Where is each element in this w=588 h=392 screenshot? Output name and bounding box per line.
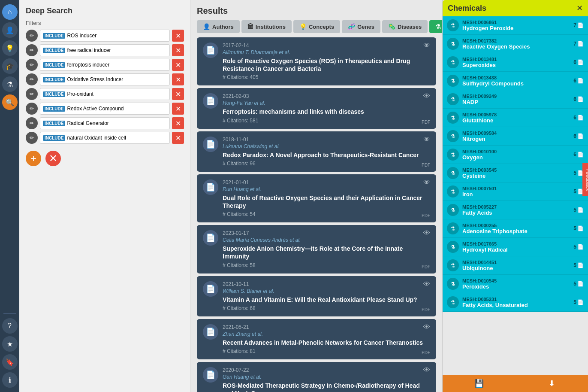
chemical-item[interactable]: ⚗ MESH:D010100 Oxygen 6 📄 [443, 146, 588, 164]
chemical-count-icon: 📄 [577, 207, 584, 213]
chemical-item[interactable]: ⚗ MESH:D005978 Glutathione 6 📄 [443, 109, 588, 127]
filter-input[interactable] [67, 135, 167, 141]
result-eye-button[interactable]: 👁 [423, 42, 430, 49]
chemical-name: Glutathione [462, 117, 570, 124]
chemical-count-number: 5 [573, 188, 576, 194]
result-pdf-button[interactable]: PDF [422, 264, 430, 269]
filter-input[interactable] [67, 76, 167, 82]
chemical-item[interactable]: ⚗ MESH:D017382 Reactive Oxygen Species 7… [443, 35, 588, 53]
filter-delete-button[interactable]: ✕ [172, 117, 184, 129]
result-eye-button[interactable]: 👁 [423, 323, 430, 331]
result-eye-button[interactable]: 👁 [423, 179, 430, 186]
chemical-item[interactable]: ⚗ MESH:D006861 Hydrogen Peroxide 7 📄 [443, 16, 588, 35]
tab-institutions[interactable]: 🏛Institutions [241, 20, 292, 33]
filter-delete-button[interactable]: ✕ [172, 103, 184, 115]
chemical-item[interactable]: ⚗ MESH:D013438 Sulfhydryl Compounds 6 📄 [443, 72, 588, 90]
filter-edit-button[interactable]: ✏ [26, 59, 38, 71]
filter-input[interactable] [67, 33, 167, 39]
chemical-name: Sulfhydryl Compounds [462, 80, 570, 87]
chemical-info: MESH:D009249 NADP [462, 94, 570, 105]
clear-filters-button[interactable]: ✕ [45, 151, 61, 166]
result-eye-button[interactable]: 👁 [423, 366, 430, 374]
download-chemicals-button[interactable]: ⬇ [516, 375, 588, 392]
chemical-count: 5 📄 [573, 299, 584, 305]
search-nav-icon[interactable]: 🔍 [2, 94, 18, 110]
filter-edit-button[interactable]: ✏ [26, 103, 38, 115]
chemical-item[interactable]: ⚗ MESH:D005231 Fatty Acids, Unsaturated … [443, 293, 588, 312]
person-icon[interactable]: 👤 [2, 22, 18, 38]
tab-icon: ⚗ [435, 23, 441, 30]
chemical-name: Reactive Oxygen Species [462, 43, 570, 50]
chemical-count: 6 📄 [573, 115, 584, 121]
filter-input[interactable] [67, 47, 167, 53]
filter-edit-button[interactable]: ✏ [26, 30, 38, 42]
result-eye-button[interactable]: 👁 [423, 136, 430, 143]
result-date: 2021-02-03 [223, 93, 430, 99]
filter-edit-button[interactable]: ✏ [26, 132, 38, 144]
chemical-name: Hydroxyl Radical [462, 246, 570, 253]
filter-delete-button[interactable]: ✕ [172, 44, 184, 56]
chemical-icon: ⚗ [447, 259, 459, 271]
chemical-item[interactable]: ⚗ MESH:D007501 Iron 5 📄 [443, 182, 588, 201]
filter-delete-button[interactable]: ✕ [172, 59, 184, 71]
tab-diseases[interactable]: 🦠Diseases [382, 20, 428, 33]
chemical-icon: ⚗ [447, 56, 459, 68]
result-pdf-button[interactable]: PDF [422, 213, 430, 218]
graduation-icon[interactable]: 🎓 [2, 58, 18, 74]
chemical-item[interactable]: ⚗ MESH:D013481 Superoxides 6 📄 [443, 53, 588, 72]
filter-delete-button[interactable]: ✕ [172, 88, 184, 100]
result-eye-button[interactable]: 👁 [423, 229, 430, 237]
question-icon[interactable]: ? [2, 318, 18, 334]
filter-input[interactable] [67, 62, 167, 68]
flask-icon[interactable]: ⚗ [2, 76, 18, 92]
tab-authors[interactable]: 👤Authors [197, 20, 240, 33]
chemical-item[interactable]: ⚗ MESH:D005227 Fatty Acids 5 📄 [443, 201, 588, 219]
info-icon[interactable]: ℹ [2, 372, 18, 388]
result-card: 📄 2021-01-01 Run Huang et al. Dual Role … [197, 174, 436, 222]
filter-include-badge: INCLUDE [43, 135, 65, 141]
chemical-item[interactable]: ⚗ MESH:D009249 NADP 6 📄 [443, 90, 588, 109]
result-pdf-button[interactable]: PDF [422, 307, 430, 312]
filter-delete-button[interactable]: ✕ [172, 73, 184, 85]
filter-input[interactable] [67, 106, 167, 112]
filter-edit-button[interactable]: ✏ [26, 44, 38, 56]
filter-input[interactable] [67, 120, 167, 126]
result-card: 📄 2021-10-11 William S. Blaner et al. Vi… [197, 276, 436, 316]
bulb-icon[interactable]: 💡 [2, 40, 18, 56]
result-pdf-button[interactable]: PDF [422, 120, 430, 125]
result-eye-button[interactable]: 👁 [423, 280, 430, 288]
result-pdf-button[interactable]: PDF [422, 350, 430, 355]
save-chemicals-button[interactable]: 💾 [443, 375, 516, 392]
filters-label: Filters [26, 20, 184, 26]
chemical-item[interactable]: ⚗ MESH:D000255 Adenosine Triphosphate 5 … [443, 219, 588, 238]
filter-edit-button[interactable]: ✏ [26, 117, 38, 129]
chemical-mesh: MESH:D009584 [462, 131, 570, 136]
filter-edit-button[interactable]: ✏ [26, 88, 38, 100]
feedback-tab[interactable]: Feedback [582, 163, 588, 196]
right-panel: Chemicals ✕ ⚗ MESH:D006861 Hydrogen Pero… [442, 0, 588, 392]
chemical-item[interactable]: ⚗ MESH:D003545 Cysteine 5 📄 [443, 164, 588, 182]
chemical-name: Nitrogen [462, 136, 570, 142]
chemical-count-icon: 📄 [577, 59, 584, 65]
result-card-header: 📄 2020-07-22 Gan Huang et al. ROS-Mediat… [203, 367, 430, 392]
chemicals-close-button[interactable]: ✕ [576, 3, 583, 13]
chemical-item[interactable]: ⚗ MESH:D017665 Hydroxyl Radical 5 📄 [443, 238, 588, 256]
chemical-mesh: MESH:D009249 [462, 94, 570, 99]
filter-input[interactable] [67, 91, 167, 97]
star-icon[interactable]: ★ [2, 336, 18, 352]
result-pdf-button[interactable]: PDF [422, 163, 430, 167]
result-card: 📄 2020-07-22 Gan Huang et al. ROS-Mediat… [197, 362, 436, 392]
result-eye-button[interactable]: 👁 [423, 92, 430, 100]
chemical-item[interactable]: ⚗ MESH:D014451 Ubiquinone 5 📄 [443, 256, 588, 275]
chemical-item[interactable]: ⚗ MESH:D009584 Nitrogen 6 📄 [443, 127, 588, 146]
home-icon[interactable]: ⌂ [2, 4, 18, 20]
chemical-item[interactable]: ⚗ MESH:D010545 Peroxides 5 📄 [443, 275, 588, 293]
tab-concepts[interactable]: 💡Concepts [293, 20, 340, 33]
filter-edit-button[interactable]: ✏ [26, 73, 38, 85]
bookmark-icon[interactable]: 🔖 [2, 354, 18, 370]
filter-delete-button[interactable]: ✕ [172, 132, 184, 144]
tab-genes[interactable]: 🧬Genes [342, 20, 380, 33]
add-filter-button[interactable]: + [26, 151, 41, 166]
tab-chemicals[interactable]: ⚗Chemicals [429, 20, 442, 33]
filter-delete-button[interactable]: ✕ [172, 30, 184, 42]
